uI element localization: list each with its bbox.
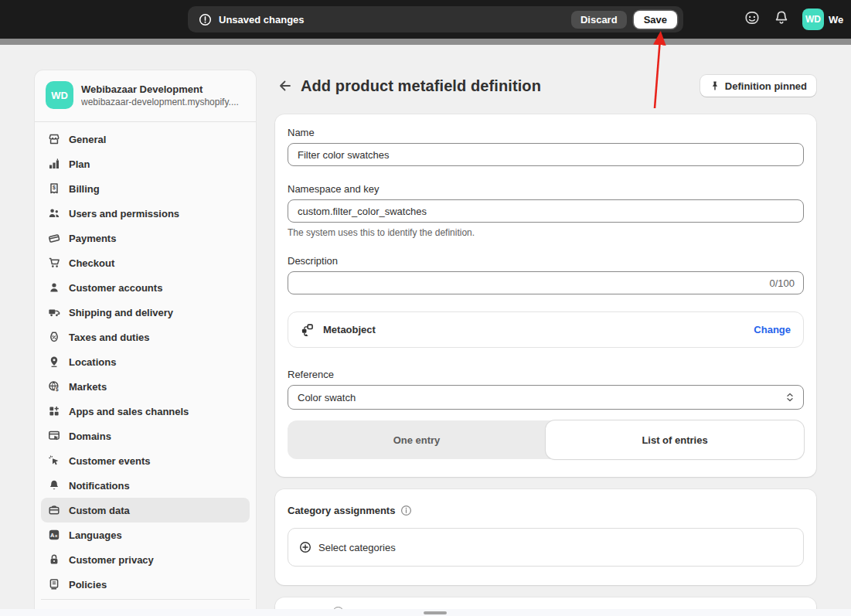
store-avatar: WD: [46, 81, 73, 109]
description-input[interactable]: [288, 271, 804, 294]
sidebar-item-billing[interactable]: $ Billing: [41, 176, 250, 201]
sidebar-item-languages[interactable]: Ax Languages: [41, 522, 250, 547]
info-icon[interactable]: [400, 505, 412, 516]
settings-sidebar: WD Webibazaar Development webibazaar-dev…: [34, 70, 257, 616]
namespace-field-group: Namespace and key The system uses this t…: [288, 183, 804, 238]
content-type-name: Metaobject: [323, 324, 376, 335]
store-header[interactable]: WD Webibazaar Development webibazaar-dev…: [35, 70, 256, 120]
sidebar-item-locations[interactable]: Locations: [41, 349, 250, 374]
apps-grid-icon: [47, 404, 61, 418]
sidebar-nav: General Plan $ Billing Users and permiss…: [35, 127, 256, 600]
policy-doc-icon: [47, 577, 61, 591]
sidebar-item-shipping-and-delivery[interactable]: Shipping and delivery: [41, 300, 250, 325]
payments-icon: [47, 231, 61, 245]
reference-field-group: Reference Color swatch: [288, 369, 804, 410]
scrollbar-thumb[interactable]: [424, 611, 447, 614]
truck-icon: [47, 305, 61, 319]
unsaved-changes-bar: Unsaved changes Discard Save: [188, 6, 683, 32]
description-label: Description: [288, 255, 804, 267]
definition-pinned-button[interactable]: Definition pinned: [700, 75, 816, 97]
namespace-key-input[interactable]: [288, 199, 804, 223]
receipt-icon: $: [47, 182, 61, 196]
lock-icon: [47, 553, 61, 567]
cursor-click-icon: [47, 454, 61, 468]
entry-mode-segmented-control: One entry List of entries: [288, 420, 804, 459]
sidebar-item-apps-and-sales-channels[interactable]: Apps and sales channels: [41, 399, 250, 424]
store-name: Webibazaar Development: [81, 83, 239, 96]
description-char-counter: 0/100: [769, 277, 795, 289]
list-of-entries-segment[interactable]: List of entries: [546, 420, 804, 459]
content-type-row: Metaobject Change: [288, 311, 804, 348]
sidebar-item-custom-data[interactable]: Custom data: [41, 498, 250, 522]
notifications-bell-icon[interactable]: [774, 10, 789, 29]
sidebar-item-domains[interactable]: Domains: [41, 424, 250, 448]
select-categories-label: Select categories: [318, 542, 396, 553]
back-arrow-icon: [277, 78, 293, 94]
sidebar-item-checkout[interactable]: Checkout: [41, 250, 250, 275]
sidebar-item-customer-accounts[interactable]: Customer accounts: [41, 275, 250, 300]
sidebar-item-markets[interactable]: $ Markets: [41, 374, 250, 399]
page-title: Add product metafield definition: [301, 77, 541, 95]
plus-circle-icon: [299, 541, 311, 553]
sidebar-item-payments[interactable]: Payments: [41, 226, 250, 250]
globe-dollar-icon: $: [47, 379, 61, 393]
data-tray-icon: [47, 503, 61, 517]
sidebar-item-customer-privacy[interactable]: Customer privacy: [41, 547, 250, 572]
svg-text:$: $: [56, 386, 59, 393]
sidebar-item-users-and-permissions[interactable]: Users and permissions: [41, 201, 250, 226]
account-menu[interactable]: WD We: [802, 9, 843, 30]
top-bar: Unsaved changes Discard Save WD: [0, 0, 851, 39]
sidebar-item-customer-events[interactable]: Customer events: [41, 448, 250, 473]
metaobject-icon: [301, 323, 314, 336]
reference-label: Reference: [288, 369, 804, 380]
person-icon: [47, 281, 61, 294]
sidebar-divider: [35, 121, 256, 122]
users-icon: [47, 206, 61, 220]
description-field-group: Description 0/100: [288, 255, 804, 294]
sidebar-item-notifications[interactable]: Notifications: [41, 473, 250, 498]
sidebar-bottom-divider: [41, 599, 250, 600]
cart-icon: [47, 256, 61, 270]
alert-circle-icon: [199, 13, 212, 26]
reference-selected-value: Color swatch: [298, 392, 356, 403]
sidebar-item-plan[interactable]: Plan: [41, 151, 250, 176]
select-categories-button[interactable]: Select categories: [288, 528, 804, 567]
discard-button[interactable]: Discard: [571, 11, 627, 29]
map-pin-icon: [47, 355, 61, 369]
store-domain: webibazaar-development.myshopify....: [81, 96, 239, 108]
one-entry-segment[interactable]: One entry: [288, 420, 546, 459]
change-type-link[interactable]: Change: [754, 324, 791, 335]
name-field-group: Name: [288, 127, 804, 166]
assistant-icon[interactable]: [744, 9, 761, 29]
save-button[interactable]: Save: [634, 11, 677, 29]
subheader-strip: [0, 39, 851, 45]
select-chevrons-icon: [785, 391, 795, 403]
category-assignments-card: Category assignments Select categories: [275, 489, 816, 585]
namespace-help-text: The system uses this to identify the def…: [288, 227, 804, 238]
settings-page: Unsaved changes Discard Save WD: [0, 0, 851, 616]
definition-form-card: Name Namespace and key The system uses t…: [275, 114, 816, 477]
svg-text:$: $: [53, 185, 56, 191]
plan-chart-icon: [47, 157, 61, 171]
sidebar-item-policies[interactable]: Policies: [41, 572, 250, 597]
domain-window-icon: [47, 429, 61, 443]
account-avatar: WD: [802, 9, 824, 30]
back-button[interactable]: [275, 76, 295, 96]
name-input[interactable]: [288, 143, 804, 166]
translate-icon: Ax: [47, 528, 61, 542]
name-label: Name: [288, 127, 804, 138]
horizontal-scrollbar: [0, 609, 851, 616]
pin-icon: [710, 80, 720, 91]
sidebar-item-general[interactable]: General: [41, 127, 250, 151]
reference-select[interactable]: Color swatch: [288, 385, 804, 410]
account-name: We: [829, 14, 843, 26]
namespace-label: Namespace and key: [288, 183, 804, 195]
category-assignments-title: Category assignments: [288, 505, 395, 516]
bell-icon: [47, 478, 61, 492]
unsaved-changes-label: Unsaved changes: [219, 14, 305, 26]
store-icon: [47, 132, 61, 146]
sidebar-item-taxes-and-duties[interactable]: Taxes and duties: [41, 325, 250, 349]
tax-bag-icon: [47, 330, 61, 344]
